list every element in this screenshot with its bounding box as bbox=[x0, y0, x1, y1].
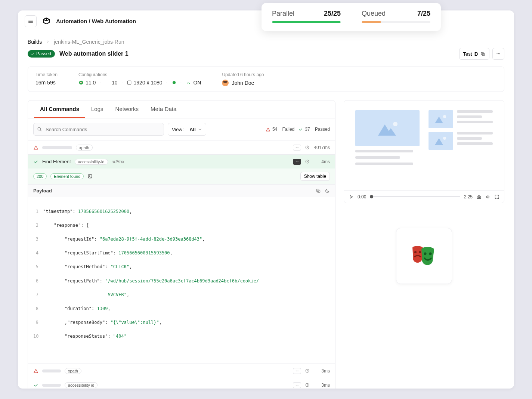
svg-rect-29 bbox=[89, 174, 92, 178]
chevron-down-icon bbox=[198, 127, 202, 132]
breadcrumb: Builds jenkins-ML_Generic_jobs-Run bbox=[28, 39, 504, 45]
duration: 4ms bbox=[313, 159, 330, 164]
http-status-tag: 200 bbox=[33, 173, 47, 179]
duration: 4017ms bbox=[313, 145, 330, 150]
svg-point-68 bbox=[414, 251, 417, 253]
resolution-icon bbox=[127, 80, 132, 85]
skeleton bbox=[42, 146, 72, 149]
svg-marker-64 bbox=[350, 195, 353, 198]
tab-networks[interactable]: Networks bbox=[109, 100, 145, 118]
warning-icon bbox=[33, 145, 38, 150]
updated-label: Updated 6 hours ago bbox=[222, 72, 264, 77]
hamburger-icon bbox=[28, 18, 34, 24]
breadcrumb-root[interactable]: Builds bbox=[28, 39, 42, 45]
svg-point-27 bbox=[298, 161, 298, 162]
video-total-time: 2:25 bbox=[464, 194, 473, 200]
row-more-button[interactable] bbox=[293, 368, 301, 374]
command-row[interactable]: xpath 4017ms bbox=[28, 140, 335, 154]
svg-point-39 bbox=[298, 385, 298, 385]
show-table-button[interactable]: Show table bbox=[300, 172, 330, 181]
svg-rect-65 bbox=[477, 196, 480, 198]
svg-point-34 bbox=[297, 371, 297, 371]
moon-icon[interactable] bbox=[325, 188, 330, 194]
svg-point-26 bbox=[297, 161, 297, 162]
parallel-metric: Parallel 25/25 bbox=[272, 10, 341, 23]
svg-line-18 bbox=[40, 130, 41, 131]
svg-point-59 bbox=[393, 122, 398, 126]
payload-code: 1"timestamp": 1705665601625252000, 2 "re… bbox=[28, 197, 335, 364]
row-more-button[interactable] bbox=[293, 159, 301, 165]
check-icon bbox=[298, 127, 303, 132]
more-button[interactable] bbox=[492, 48, 504, 60]
svg-point-22 bbox=[297, 147, 297, 148]
fullscreen-icon[interactable] bbox=[494, 194, 499, 200]
tab-meta-data[interactable]: Meta Data bbox=[145, 100, 182, 118]
row-more-button[interactable] bbox=[293, 382, 301, 388]
commands-panel: All Commands Logs Networks Meta Data Vie… bbox=[28, 100, 335, 389]
duration: 3ms bbox=[313, 383, 330, 388]
camera-icon[interactable] bbox=[476, 194, 482, 200]
play-icon[interactable] bbox=[349, 194, 354, 200]
video-progress[interactable] bbox=[370, 196, 460, 197]
avatar bbox=[222, 80, 229, 86]
locator-value: urlBox bbox=[112, 159, 124, 164]
locator-tag: accessibility-id bbox=[75, 159, 108, 165]
clock-icon bbox=[305, 368, 310, 373]
logo-icon bbox=[42, 17, 51, 26]
check-icon bbox=[33, 159, 38, 164]
search-input[interactable] bbox=[33, 123, 164, 136]
chevron-right-icon bbox=[46, 40, 50, 44]
tabs: All Commands Logs Networks Meta Data bbox=[28, 100, 335, 118]
svg-point-70 bbox=[424, 253, 427, 255]
search-input-wrapper bbox=[33, 123, 164, 136]
config-values: 11.0 · 10 · 1920 x 1080 · · ON bbox=[78, 80, 201, 86]
ellipsis-icon bbox=[496, 51, 501, 56]
windows-icon bbox=[105, 80, 110, 85]
command-row[interactable]: accessibility id 3ms bbox=[28, 378, 335, 389]
svg-marker-60 bbox=[435, 117, 443, 123]
integration-icon-card bbox=[396, 228, 452, 284]
payload-header: Payload bbox=[28, 184, 335, 197]
row-more-button[interactable] bbox=[293, 145, 301, 151]
header-breadcrumb: Automation / Web Automation bbox=[56, 18, 136, 24]
svg-point-38 bbox=[297, 385, 297, 385]
chrome-icon bbox=[78, 80, 84, 85]
config-label: Configurations bbox=[78, 72, 201, 77]
svg-point-16 bbox=[172, 81, 175, 84]
svg-marker-62 bbox=[435, 138, 443, 145]
svg-rect-14 bbox=[108, 83, 109, 85]
clock-icon bbox=[305, 159, 310, 164]
svg-point-63 bbox=[443, 137, 446, 140]
result-msg-tag: Element found bbox=[50, 173, 84, 179]
test-id-button[interactable]: Test ID bbox=[459, 48, 489, 60]
svg-point-66 bbox=[478, 197, 480, 198]
locator-tag: accessibility id bbox=[65, 382, 98, 388]
time-taken-label: Time taken bbox=[35, 72, 58, 77]
view-dropdown[interactable]: View: All bbox=[168, 123, 206, 136]
svg-point-69 bbox=[419, 251, 421, 253]
svg-point-6 bbox=[498, 53, 498, 54]
meta-strip: Time taken 16m 59s Configurations 11.0 ·… bbox=[28, 66, 504, 92]
menu-toggle-button[interactable] bbox=[25, 15, 37, 27]
copy-icon[interactable] bbox=[316, 188, 321, 194]
warning-icon bbox=[33, 368, 38, 374]
placeholder-image bbox=[355, 110, 420, 146]
svg-rect-12 bbox=[108, 81, 109, 83]
svg-rect-11 bbox=[105, 81, 107, 82]
tab-logs[interactable]: Logs bbox=[85, 100, 109, 118]
svg-point-35 bbox=[298, 371, 298, 371]
command-row-selected[interactable]: Find Element accessibility-id urlBox 4ms bbox=[28, 154, 335, 168]
volume-icon[interactable] bbox=[485, 194, 491, 200]
command-row[interactable]: xpath 3ms bbox=[28, 364, 335, 378]
skeleton bbox=[42, 384, 61, 387]
image-icon[interactable] bbox=[87, 174, 93, 179]
status-badge: Passed bbox=[28, 50, 55, 58]
video-controls: 0:00 2:25 bbox=[344, 190, 504, 203]
search-icon bbox=[37, 126, 42, 132]
svg-point-30 bbox=[89, 176, 90, 176]
svg-marker-67 bbox=[486, 195, 488, 198]
svg-point-7 bbox=[499, 53, 500, 54]
time-taken-value: 16m 59s bbox=[35, 80, 58, 86]
tunnel-icon bbox=[185, 80, 191, 85]
tab-all-commands[interactable]: All Commands bbox=[34, 100, 85, 118]
